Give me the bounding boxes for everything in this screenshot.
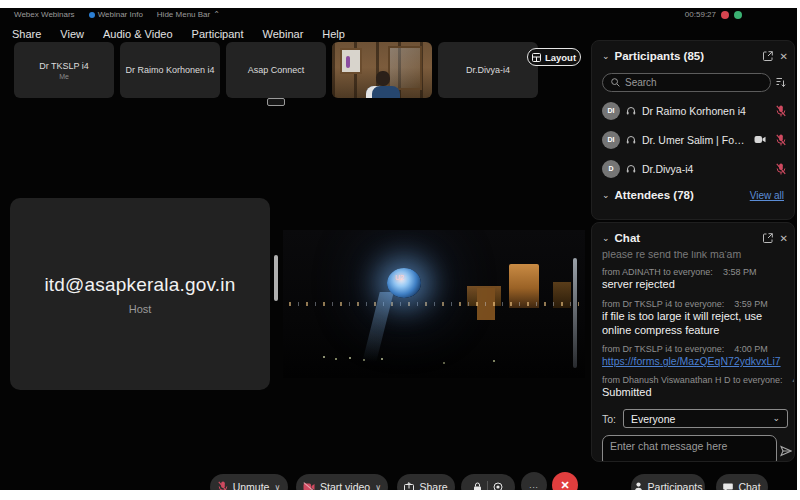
camera-on-icon [754,135,766,144]
participants-toggle-button[interactable]: Participants [631,474,705,490]
video-tile-webcam[interactable] [332,42,432,98]
attendees-collapse-icon[interactable]: ⌄ [602,191,610,200]
skyline-lights [289,302,579,306]
stage-scrollbar[interactable] [274,255,278,301]
participant-row[interactable]: D Dr.Divya-i4 [592,154,794,183]
avatar: D [602,160,620,178]
hide-menu-bar-button[interactable]: Hide Menu Bar ⌃ [157,10,220,19]
attendees-title: Attendees (78) [615,189,750,201]
send-icon[interactable] [780,445,792,457]
sort-icon[interactable] [776,77,786,88]
menu-audio-video[interactable]: Audio & Video [103,28,173,40]
participant-row[interactable]: DI Dr. Umer Salim | Found... [592,125,794,154]
camera-muted-icon [303,482,315,490]
chevron-down-icon: ⌄ [772,414,780,423]
layout-grid-icon [532,53,541,62]
host-role-label: Host [129,303,152,315]
chat-panel: ⌄ Chat ✕ please re send the link ma'am f… [591,222,795,462]
participants-close-icon[interactable]: ✕ [780,51,788,62]
chevron-up-icon: ⌃ [213,10,220,19]
person-body [366,86,400,98]
headset-icon [626,106,636,116]
video-tile-dr-divya[interactable]: Dr.Divya-i4 [438,42,538,98]
to-label: To: [602,413,616,425]
connection-indicator-icon [734,11,742,19]
participants-search[interactable] [602,73,771,92]
layout-button[interactable]: Layout [527,48,581,66]
host-video-tile[interactable]: itd@asapkerala.gov.in Host [10,198,270,390]
participants-title: Participants (85) [615,50,756,62]
shared-video-tile[interactable]: U2 [283,230,585,378]
chat-collapse-icon[interactable]: ⌄ [602,234,610,243]
unmute-dropdown-icon[interactable]: ∨ [274,483,280,491]
street-lights [323,356,325,358]
filmstrip-collapse-handle[interactable] [267,98,285,106]
start-video-dropdown-icon[interactable]: ∨ [375,483,381,491]
participants-search-input[interactable] [625,77,762,88]
participants-popout-icon[interactable] [763,51,773,61]
headset-icon [626,164,636,174]
lock-icon [473,482,482,491]
chat-popout-icon[interactable] [763,233,773,243]
tools-button-group[interactable] [461,474,515,490]
sphere-logo-text: U2 [395,274,404,281]
headset-icon [626,135,636,145]
video-tile-dr-tkslp[interactable]: Dr TKSLP i4 Me [14,42,114,98]
person-head [376,71,390,86]
start-video-button[interactable]: Start video ∨ [296,474,388,490]
recipient-select[interactable]: Everyone ⌄ [623,409,788,428]
record-icon [493,482,503,490]
chat-bubble-icon [723,483,733,491]
avatar: DI [602,131,620,149]
title-bar: Webex Webinars Webinar Info Hide Menu Ba… [0,8,797,21]
chat-message-clipped: please re send the link ma'am [602,251,784,260]
share-button[interactable]: Share [397,474,455,490]
view-all-link[interactable]: View all [750,190,784,201]
app-title: Webex Webinars [14,10,75,19]
chat-close-icon[interactable]: ✕ [780,233,788,244]
picture-frame [340,48,362,74]
share-icon [404,482,414,490]
menu-participant[interactable]: Participant [192,28,244,40]
divider [487,481,488,490]
video-tile-asap-connect[interactable]: Asap Connect [226,42,326,98]
screen: Webex Webinars Webinar Info Hide Menu Ba… [0,0,800,500]
chat-toggle-button[interactable]: Chat [716,474,768,490]
person-icon [634,482,643,490]
chat-message: from ADINATH to everyone:3:58 PM server … [602,267,784,292]
webex-window: Webex Webinars Webinar Info Hide Menu Ba… [0,8,797,490]
chat-title: Chat [615,232,756,244]
info-icon [89,12,95,18]
avatar: DI [602,102,620,120]
participants-collapse-icon[interactable]: ⌄ [602,52,610,61]
leave-meeting-button[interactable]: ✕ [552,472,578,490]
participants-panel: ⌄ Participants (85) ✕ DI Dr Raimo Korhon… [591,40,795,220]
mic-muted-icon [776,134,786,146]
host-email: itd@asapkerala.gov.in [44,274,235,296]
chat-message: from Dhanush Viswanathan H D to everyone… [602,375,784,400]
unmute-button[interactable]: Unmute ∨ [210,474,288,490]
chat-message-link[interactable]: https://forms.gle/MazQEqN72ydkvxLi7 [602,355,784,368]
session-timer: 00:59:27 [685,10,716,19]
menu-view[interactable]: View [60,28,84,40]
chat-message: from Dr TKSLP i4 to everyone:4:00 PM htt… [602,344,784,368]
chat-message-input[interactable] [602,435,777,462]
menu-share[interactable]: Share [12,28,41,40]
glowing-sphere [387,268,421,298]
glass-cabinet [388,46,422,90]
webinar-info-button[interactable]: Webinar Info [89,10,143,19]
more-options-button[interactable]: ... [521,472,547,490]
mic-muted-icon [776,163,786,175]
menu-webinar[interactable]: Webinar [263,28,304,40]
leave-x-icon: ✕ [560,479,569,491]
chat-message-list[interactable]: please re send the link ma'am from ADINA… [592,249,794,400]
window-frame-reflection [573,258,577,368]
recording-indicator-icon [721,11,729,19]
participant-row[interactable]: DI Dr Raimo Korhonen i4 [592,96,794,125]
mic-muted-icon [218,481,228,490]
search-icon [611,78,620,87]
mic-muted-icon [776,105,786,117]
video-tile-dr-raimo[interactable]: Dr Raimo Korhonen i4 [120,42,220,98]
menu-help[interactable]: Help [322,28,345,40]
chat-message: from Dr TKSLP i4 to everyone:3:59 PM if … [602,299,784,338]
